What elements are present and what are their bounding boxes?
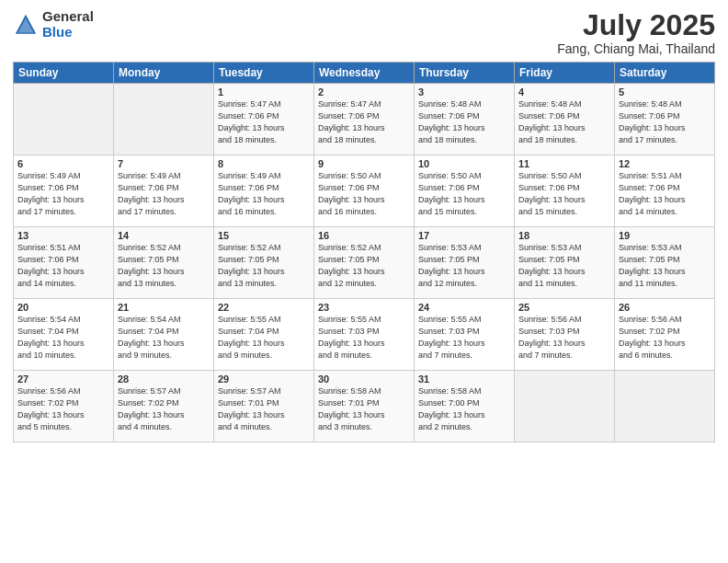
day-info: Sunrise: 5:54 AM Sunset: 7:04 PM Dayligh… bbox=[17, 314, 109, 362]
day-info: Sunrise: 5:55 AM Sunset: 7:03 PM Dayligh… bbox=[418, 314, 510, 362]
day-info: Sunrise: 5:50 AM Sunset: 7:06 PM Dayligh… bbox=[518, 170, 610, 218]
day-number: 10 bbox=[418, 158, 510, 169]
day-number: 18 bbox=[518, 230, 610, 241]
calendar-cell: 27Sunrise: 5:56 AM Sunset: 7:02 PM Dayli… bbox=[14, 371, 114, 442]
page: General Blue July 2025 Fang, Chiang Mai,… bbox=[0, 0, 728, 563]
day-info: Sunrise: 5:58 AM Sunset: 7:01 PM Dayligh… bbox=[318, 385, 410, 433]
day-info: Sunrise: 5:56 AM Sunset: 7:03 PM Dayligh… bbox=[518, 314, 610, 362]
calendar-cell: 4Sunrise: 5:48 AM Sunset: 7:06 PM Daylig… bbox=[515, 84, 615, 155]
day-number: 17 bbox=[418, 230, 510, 241]
calendar-cell: 20Sunrise: 5:54 AM Sunset: 7:04 PM Dayli… bbox=[14, 299, 114, 371]
col-sunday: Sunday bbox=[14, 63, 114, 84]
col-wednesday: Wednesday bbox=[314, 63, 415, 84]
day-info: Sunrise: 5:53 AM Sunset: 7:05 PM Dayligh… bbox=[418, 242, 510, 290]
calendar-cell: 6Sunrise: 5:49 AM Sunset: 7:06 PM Daylig… bbox=[14, 155, 114, 227]
calendar-header-row: Sunday Monday Tuesday Wednesday Thursday… bbox=[14, 63, 715, 84]
day-info: Sunrise: 5:51 AM Sunset: 7:06 PM Dayligh… bbox=[619, 170, 711, 218]
calendar-cell: 30Sunrise: 5:58 AM Sunset: 7:01 PM Dayli… bbox=[314, 371, 415, 442]
calendar-cell: 11Sunrise: 5:50 AM Sunset: 7:06 PM Dayli… bbox=[515, 155, 615, 227]
calendar-cell: 2Sunrise: 5:47 AM Sunset: 7:06 PM Daylig… bbox=[314, 84, 415, 155]
day-info: Sunrise: 5:56 AM Sunset: 7:02 PM Dayligh… bbox=[619, 314, 711, 362]
calendar-cell: 19Sunrise: 5:53 AM Sunset: 7:05 PM Dayli… bbox=[615, 227, 715, 299]
calendar-table: Sunday Monday Tuesday Wednesday Thursday… bbox=[13, 62, 715, 442]
day-info: Sunrise: 5:53 AM Sunset: 7:05 PM Dayligh… bbox=[619, 242, 711, 290]
day-number: 7 bbox=[118, 158, 210, 169]
day-number: 24 bbox=[418, 302, 510, 313]
calendar-cell bbox=[114, 84, 214, 155]
day-info: Sunrise: 5:56 AM Sunset: 7:02 PM Dayligh… bbox=[17, 385, 109, 433]
calendar-cell: 25Sunrise: 5:56 AM Sunset: 7:03 PM Dayli… bbox=[515, 299, 615, 371]
day-number: 27 bbox=[17, 373, 109, 385]
day-number: 23 bbox=[318, 302, 410, 313]
col-monday: Monday bbox=[114, 63, 214, 84]
day-number: 19 bbox=[619, 230, 711, 241]
day-number: 8 bbox=[218, 158, 310, 169]
logo-text: General Blue bbox=[42, 9, 94, 40]
day-info: Sunrise: 5:47 AM Sunset: 7:06 PM Dayligh… bbox=[318, 98, 410, 146]
day-info: Sunrise: 5:52 AM Sunset: 7:05 PM Dayligh… bbox=[218, 242, 310, 290]
calendar-cell: 15Sunrise: 5:52 AM Sunset: 7:05 PM Dayli… bbox=[214, 227, 314, 299]
day-number: 2 bbox=[318, 86, 410, 98]
calendar-cell bbox=[14, 84, 114, 155]
calendar-cell: 14Sunrise: 5:52 AM Sunset: 7:05 PM Dayli… bbox=[114, 227, 214, 299]
calendar-cell: 12Sunrise: 5:51 AM Sunset: 7:06 PM Dayli… bbox=[615, 155, 715, 227]
day-number: 1 bbox=[218, 86, 310, 98]
calendar-cell: 3Sunrise: 5:48 AM Sunset: 7:06 PM Daylig… bbox=[415, 84, 515, 155]
day-number: 16 bbox=[318, 230, 410, 241]
calendar-cell: 28Sunrise: 5:57 AM Sunset: 7:02 PM Dayli… bbox=[114, 371, 214, 442]
col-tuesday: Tuesday bbox=[214, 63, 314, 84]
calendar-cell bbox=[515, 371, 615, 442]
day-info: Sunrise: 5:57 AM Sunset: 7:01 PM Dayligh… bbox=[218, 385, 310, 433]
day-info: Sunrise: 5:49 AM Sunset: 7:06 PM Dayligh… bbox=[118, 170, 210, 218]
day-number: 12 bbox=[619, 158, 711, 169]
day-info: Sunrise: 5:52 AM Sunset: 7:05 PM Dayligh… bbox=[118, 242, 210, 290]
calendar-cell: 31Sunrise: 5:58 AM Sunset: 7:00 PM Dayli… bbox=[415, 371, 515, 442]
calendar-week-row: 27Sunrise: 5:56 AM Sunset: 7:02 PM Dayli… bbox=[14, 371, 715, 442]
day-info: Sunrise: 5:49 AM Sunset: 7:06 PM Dayligh… bbox=[218, 170, 310, 218]
calendar-cell bbox=[615, 371, 715, 442]
calendar-cell: 24Sunrise: 5:55 AM Sunset: 7:03 PM Dayli… bbox=[415, 299, 515, 371]
calendar-cell: 17Sunrise: 5:53 AM Sunset: 7:05 PM Dayli… bbox=[415, 227, 515, 299]
calendar-cell: 9Sunrise: 5:50 AM Sunset: 7:06 PM Daylig… bbox=[314, 155, 415, 227]
day-number: 3 bbox=[418, 86, 510, 98]
day-info: Sunrise: 5:53 AM Sunset: 7:05 PM Dayligh… bbox=[518, 242, 610, 290]
day-number: 14 bbox=[118, 230, 210, 241]
logo-icon bbox=[13, 12, 39, 38]
day-number: 5 bbox=[619, 86, 711, 98]
day-info: Sunrise: 5:52 AM Sunset: 7:05 PM Dayligh… bbox=[318, 242, 410, 290]
calendar-week-row: 13Sunrise: 5:51 AM Sunset: 7:06 PM Dayli… bbox=[14, 227, 715, 299]
day-number: 9 bbox=[318, 158, 410, 169]
day-number: 26 bbox=[619, 302, 711, 313]
day-info: Sunrise: 5:58 AM Sunset: 7:00 PM Dayligh… bbox=[418, 385, 510, 433]
day-info: Sunrise: 5:47 AM Sunset: 7:06 PM Dayligh… bbox=[218, 98, 310, 146]
calendar-cell: 22Sunrise: 5:55 AM Sunset: 7:04 PM Dayli… bbox=[214, 299, 314, 371]
col-thursday: Thursday bbox=[415, 63, 515, 84]
calendar-cell: 1Sunrise: 5:47 AM Sunset: 7:06 PM Daylig… bbox=[214, 84, 314, 155]
day-number: 29 bbox=[218, 373, 310, 385]
day-info: Sunrise: 5:50 AM Sunset: 7:06 PM Dayligh… bbox=[418, 170, 510, 218]
calendar-week-row: 6Sunrise: 5:49 AM Sunset: 7:06 PM Daylig… bbox=[14, 155, 715, 227]
calendar-week-row: 1Sunrise: 5:47 AM Sunset: 7:06 PM Daylig… bbox=[14, 84, 715, 155]
day-number: 13 bbox=[17, 230, 109, 241]
month-title: July 2025 bbox=[557, 9, 715, 41]
day-number: 22 bbox=[218, 302, 310, 313]
day-number: 25 bbox=[518, 302, 610, 313]
day-number: 20 bbox=[17, 302, 109, 313]
day-number: 11 bbox=[518, 158, 610, 169]
day-info: Sunrise: 5:48 AM Sunset: 7:06 PM Dayligh… bbox=[619, 98, 711, 146]
calendar-cell: 16Sunrise: 5:52 AM Sunset: 7:05 PM Dayli… bbox=[314, 227, 415, 299]
col-saturday: Saturday bbox=[615, 63, 715, 84]
calendar-cell: 29Sunrise: 5:57 AM Sunset: 7:01 PM Dayli… bbox=[214, 371, 314, 442]
calendar-cell: 21Sunrise: 5:54 AM Sunset: 7:04 PM Dayli… bbox=[114, 299, 214, 371]
day-info: Sunrise: 5:55 AM Sunset: 7:04 PM Dayligh… bbox=[218, 314, 310, 362]
col-friday: Friday bbox=[515, 63, 615, 84]
location-title: Fang, Chiang Mai, Thailand bbox=[557, 41, 715, 56]
day-number: 31 bbox=[418, 373, 510, 385]
calendar-cell: 13Sunrise: 5:51 AM Sunset: 7:06 PM Dayli… bbox=[14, 227, 114, 299]
day-info: Sunrise: 5:48 AM Sunset: 7:06 PM Dayligh… bbox=[418, 98, 510, 146]
day-number: 6 bbox=[17, 158, 109, 169]
calendar-cell: 7Sunrise: 5:49 AM Sunset: 7:06 PM Daylig… bbox=[114, 155, 214, 227]
header: General Blue July 2025 Fang, Chiang Mai,… bbox=[13, 9, 715, 56]
day-info: Sunrise: 5:49 AM Sunset: 7:06 PM Dayligh… bbox=[17, 170, 109, 218]
calendar-cell: 5Sunrise: 5:48 AM Sunset: 7:06 PM Daylig… bbox=[615, 84, 715, 155]
